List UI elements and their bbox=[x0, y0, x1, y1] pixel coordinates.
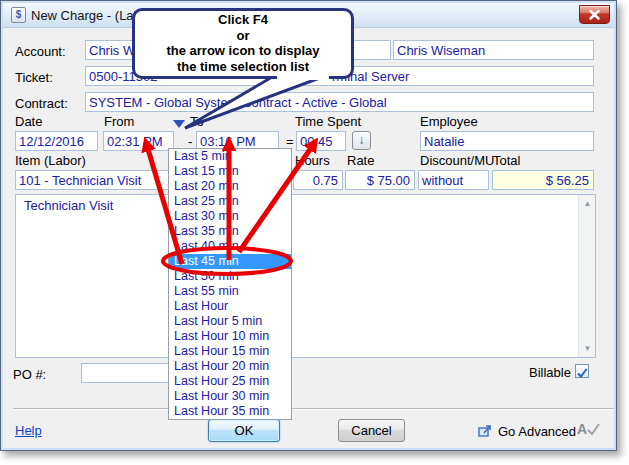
dropdown-item[interactable]: Last 15 min bbox=[169, 164, 291, 179]
charge-window-icon: $ bbox=[11, 7, 26, 23]
dropdown-item[interactable]: Last Hour 10 min bbox=[169, 329, 291, 344]
billable-label: Billable bbox=[529, 365, 571, 380]
checkmark-icon bbox=[576, 367, 588, 379]
dropdown-item[interactable]: Last Hour 30 min bbox=[169, 389, 291, 404]
account-label: Account: bbox=[15, 44, 66, 59]
callout-text: Click F4 or the arrow icon to display th… bbox=[132, 12, 354, 74]
spellcheck-icon[interactable]: A bbox=[577, 420, 601, 438]
ok-button[interactable]: OK bbox=[208, 419, 280, 442]
time-spent-spinner-button[interactable]: ↓ bbox=[352, 131, 371, 150]
dropdown-item[interactable]: Last Hour 20 min bbox=[169, 359, 291, 374]
account-name-field[interactable]: Chris Wiseman bbox=[393, 40, 594, 60]
callout-line-3: the arrow icon to display bbox=[132, 43, 354, 59]
employee-label: Employee bbox=[420, 114, 478, 129]
dropdown-item[interactable]: Last 50 min bbox=[169, 269, 291, 284]
time-spent-field[interactable]: 00:45 bbox=[296, 131, 346, 151]
date-label: Date bbox=[15, 114, 42, 129]
description-scrollbar[interactable]: ▲ ▼ bbox=[578, 195, 595, 357]
dropdown-item[interactable]: Last Hour 15 min bbox=[169, 344, 291, 359]
dropdown-item[interactable]: Last 55 min bbox=[169, 284, 291, 299]
dropdown-item[interactable]: Last Hour 25 min bbox=[169, 374, 291, 389]
dash-separator: - bbox=[188, 134, 192, 149]
time-combo-arrow-icon[interactable] bbox=[173, 120, 185, 128]
scroll-down-icon[interactable]: ▼ bbox=[579, 341, 596, 356]
discount-field[interactable]: without bbox=[418, 170, 489, 190]
hours-field[interactable]: 0.75 bbox=[293, 170, 343, 190]
help-link[interactable]: Help bbox=[15, 423, 42, 438]
close-button[interactable] bbox=[579, 5, 610, 24]
rate-field[interactable]: $ 75.00 bbox=[345, 170, 415, 190]
dropdown-item[interactable]: Last 20 min bbox=[169, 179, 291, 194]
dropdown-item[interactable]: Last 45 min bbox=[169, 254, 291, 269]
callout-tail-patch bbox=[277, 73, 329, 80]
description-text: Technician Visit bbox=[24, 198, 113, 213]
item-label: Item (Labor) bbox=[15, 153, 86, 168]
from-label: From bbox=[104, 114, 134, 129]
dropdown-item[interactable]: Last 35 min bbox=[169, 224, 291, 239]
employee-field[interactable]: Natalie bbox=[420, 131, 594, 151]
dropdown-item[interactable]: Last 40 min bbox=[169, 239, 291, 254]
scroll-up-icon[interactable]: ▲ bbox=[579, 196, 596, 211]
rate-label: Rate bbox=[347, 153, 374, 168]
dropdown-item[interactable]: Last Hour 35 min bbox=[169, 404, 291, 419]
go-advanced-link[interactable]: Go Advanced bbox=[498, 424, 576, 439]
description-textarea[interactable]: Technician Visit ▲ ▼ bbox=[15, 194, 596, 358]
svg-text:A: A bbox=[577, 421, 587, 437]
contract-label: Contract: bbox=[15, 96, 68, 111]
po-label: PO #: bbox=[13, 367, 46, 382]
discount-label: Discount/MU bbox=[420, 153, 494, 168]
contract-field[interactable]: SYSTEM - Global System Contract - Active… bbox=[85, 92, 594, 112]
hours-label: Hours bbox=[295, 153, 330, 168]
equals-separator: = bbox=[286, 134, 294, 149]
time-dropdown[interactable]: Last 5 minLast 15 minLast 20 minLast 25 … bbox=[168, 148, 292, 420]
callout-line-4: the time selection list bbox=[132, 59, 354, 75]
callout-line-1: Click F4 bbox=[132, 12, 354, 28]
dropdown-item[interactable]: Last Hour 5 min bbox=[169, 314, 291, 329]
cancel-button[interactable]: Cancel bbox=[338, 419, 405, 442]
po-field[interactable] bbox=[81, 363, 169, 383]
dropdown-item[interactable]: Last Hour bbox=[169, 299, 291, 314]
go-advanced-icon[interactable] bbox=[478, 424, 493, 438]
dropdown-item[interactable]: Last 25 min bbox=[169, 194, 291, 209]
to-label: To bbox=[190, 114, 204, 129]
billable-checkbox[interactable] bbox=[575, 364, 589, 378]
screenshot-page: $ New Charge - (Labor) Account: Chris Wi… bbox=[0, 0, 629, 465]
total-field: $ 56.25 bbox=[492, 170, 594, 190]
close-icon bbox=[589, 10, 600, 20]
from-time-field[interactable]: 02:31 PM bbox=[103, 131, 174, 151]
total-label: Total bbox=[493, 153, 520, 168]
down-arrow-icon: ↓ bbox=[359, 133, 365, 147]
callout-line-2: or bbox=[132, 28, 354, 44]
footer-separator bbox=[13, 408, 614, 410]
dropdown-item[interactable]: Last 5 min bbox=[169, 149, 291, 164]
time-spent-label: Time Spent bbox=[295, 114, 361, 129]
date-field[interactable]: 12/12/2016 bbox=[15, 131, 98, 151]
dropdown-item[interactable]: Last 30 min bbox=[169, 209, 291, 224]
new-charge-dialog: $ New Charge - (Labor) Account: Chris Wi… bbox=[0, 0, 617, 451]
ticket-label: Ticket: bbox=[15, 70, 53, 85]
